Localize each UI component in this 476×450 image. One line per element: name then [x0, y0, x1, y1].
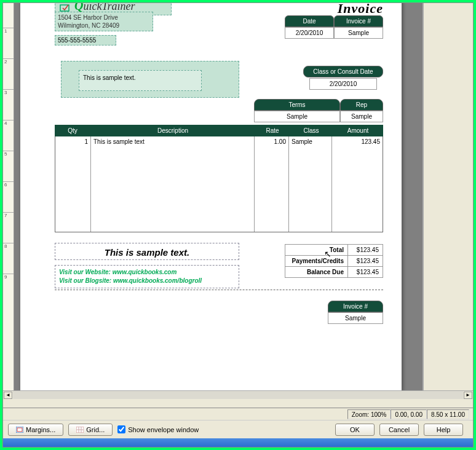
margins-icon — [16, 427, 23, 433]
stub-invoice-block[interactable]: Invoice # Sample — [328, 301, 383, 324]
envelope-checkbox[interactable]: Show envelope window — [117, 425, 199, 433]
status-zoom: Zoom: 100% — [347, 409, 391, 419]
stub-invno-value: Sample — [328, 312, 383, 324]
col-desc: Description — [90, 125, 255, 136]
grid-button[interactable]: Grid... — [68, 424, 113, 436]
scroll-left-icon[interactable]: ◄ — [4, 392, 12, 399]
cell-qty: 1 — [55, 136, 91, 232]
terms-header: Terms — [254, 99, 340, 111]
col-class: Class — [290, 125, 333, 136]
line-items-table[interactable]: Qty Description Rate Class Amount 1 This… — [55, 125, 383, 232]
status-pagesize: 8.50 x 11.00 — [427, 409, 469, 419]
blogsite-link: Visit our Blogsite: www.quickbooks.com/b… — [59, 277, 235, 285]
help-button[interactable]: Help — [424, 424, 463, 436]
col-amount: Amount — [333, 125, 383, 136]
footer-links[interactable]: Visit our Website: www.quickbooks.com Vi… — [55, 265, 239, 288]
terms-rep-block[interactable]: Terms Sample Rep Sample — [254, 99, 383, 122]
sample-text-field[interactable]: This is sample text. — [79, 70, 202, 91]
ruler-vertical: 12 34 56 78 9 — [3, 3, 14, 390]
buttonbar: Margins... Grid... Show envelope window … — [3, 420, 473, 438]
cancel-button[interactable]: Cancel — [379, 424, 419, 436]
app-window: 12 34 56 78 9 Invoice QuickTrainer Your … — [2, 2, 474, 448]
envelope-checkbox-input[interactable] — [117, 425, 125, 433]
totals-block[interactable]: Total$123.45 Payments/Credits$123.45 Bal… — [285, 244, 383, 277]
payments-label: Payments/Credits — [285, 256, 348, 266]
cell-rate: 1.00 — [255, 136, 289, 232]
invoice-page: Invoice QuickTrainer Your QuickBooks & A… — [20, 3, 402, 390]
workspace: 12 34 56 78 9 Invoice QuickTrainer Your … — [3, 3, 473, 399]
canvas[interactable]: Invoice QuickTrainer Your QuickBooks & A… — [14, 3, 422, 390]
taskbar — [3, 438, 473, 447]
ok-button[interactable]: OK — [335, 424, 375, 436]
side-toolbar[interactable] — [422, 3, 473, 390]
col-rate: Rate — [255, 125, 290, 136]
sample-text-field-outer[interactable]: This is sample text. — [61, 61, 239, 98]
scroll-track[interactable] — [13, 391, 463, 399]
class-consult-header[interactable]: Class or Consult Date — [303, 66, 383, 77]
cell-amount: 123.45 — [332, 136, 383, 232]
company-address[interactable]: 1504 SE Harbor Drive Wilmington, NC 2840… — [55, 12, 153, 31]
invoice-title: Invoice — [338, 3, 383, 17]
date-invoice-block[interactable]: Date 2/20/2010 Invoice # Sample — [285, 15, 383, 39]
date-value: 2/20/2010 — [285, 27, 334, 39]
perforation-line — [55, 290, 383, 290]
table-row: 1 This is sample text 1.00 Sample 123.45 — [55, 136, 383, 232]
grid-icon — [76, 427, 84, 433]
stub-invno-header: Invoice # — [328, 301, 383, 312]
total-label: Total — [285, 245, 348, 255]
balance-label: Balance Due — [285, 267, 348, 277]
balance-value: $123.45 — [348, 267, 383, 277]
total-value: $123.45 — [348, 245, 383, 255]
scroll-right-icon[interactable]: ► — [464, 392, 472, 399]
invno-value: Sample — [334, 27, 383, 39]
statusbar: Zoom: 100% 0.00, 0.00 8.50 x 11.00 — [3, 408, 473, 420]
rep-value: Sample — [340, 111, 383, 122]
website-link: Visit our Website: www.quickbooks.com — [59, 268, 235, 277]
date-header: Date — [285, 15, 334, 27]
cell-desc: This is sample text — [91, 136, 255, 232]
cell-class: Sample — [289, 136, 332, 232]
margins-button[interactable]: Margins... — [8, 424, 63, 436]
payments-value: $123.45 — [348, 256, 383, 266]
col-qty: Qty — [55, 125, 90, 136]
rep-header: Rep — [340, 99, 383, 111]
scrollbar-horizontal[interactable]: ◄ ► — [3, 390, 473, 399]
class-consult-value[interactable]: 2/20/2010 — [309, 78, 377, 90]
company-phone[interactable]: 555-555-5555 — [55, 35, 116, 45]
status-coords: 0.00, 0.00 — [391, 409, 426, 419]
terms-value: Sample — [254, 111, 340, 122]
invno-header: Invoice # — [334, 15, 383, 27]
footer-sample-text[interactable]: This is sample text. — [55, 243, 239, 260]
